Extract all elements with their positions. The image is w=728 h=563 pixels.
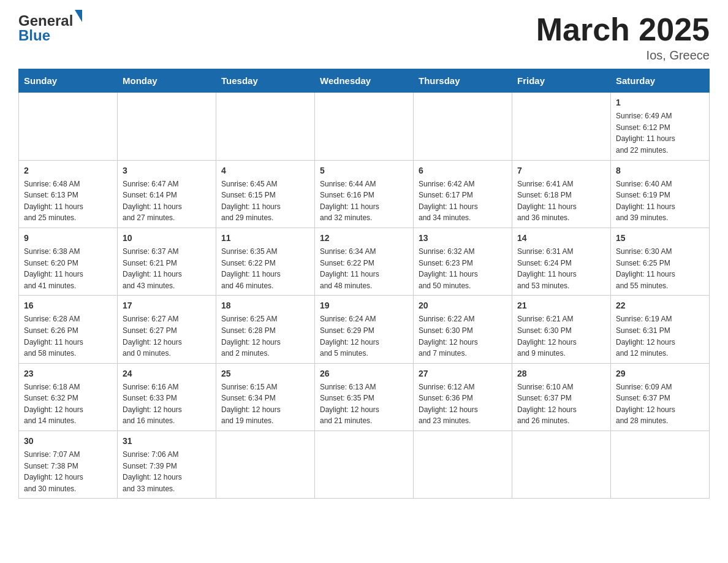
calendar-cell: 16Sunrise: 6:28 AM Sunset: 6:26 PM Dayli… bbox=[19, 296, 118, 363]
day-number: 9 bbox=[24, 232, 112, 245]
title-area: March 2025 Ios, Greece bbox=[536, 12, 710, 63]
day-number: 3 bbox=[123, 164, 211, 177]
day-info: Sunrise: 6:40 AM Sunset: 6:19 PM Dayligh… bbox=[616, 178, 704, 224]
day-of-week-thursday: Thursday bbox=[414, 69, 512, 93]
day-info: Sunrise: 6:10 AM Sunset: 6:37 PM Dayligh… bbox=[517, 381, 605, 427]
day-number: 6 bbox=[419, 164, 507, 177]
calendar-cell: 11Sunrise: 6:35 AM Sunset: 6:22 PM Dayli… bbox=[216, 228, 315, 295]
day-number: 13 bbox=[419, 232, 507, 245]
calendar-cell bbox=[414, 431, 512, 499]
day-info: Sunrise: 6:27 AM Sunset: 6:27 PM Dayligh… bbox=[123, 313, 211, 359]
day-info: Sunrise: 6:22 AM Sunset: 6:30 PM Dayligh… bbox=[419, 313, 507, 359]
day-info: Sunrise: 6:28 AM Sunset: 6:26 PM Dayligh… bbox=[24, 313, 112, 359]
day-info: Sunrise: 6:41 AM Sunset: 6:18 PM Dayligh… bbox=[517, 178, 605, 224]
day-info: Sunrise: 7:06 AM Sunset: 7:39 PM Dayligh… bbox=[123, 449, 211, 494]
day-number: 21 bbox=[517, 299, 605, 312]
calendar-cell: 9Sunrise: 6:38 AM Sunset: 6:20 PM Daylig… bbox=[19, 228, 118, 295]
calendar-cell bbox=[512, 93, 611, 160]
day-number: 12 bbox=[320, 232, 408, 245]
day-number: 20 bbox=[419, 299, 507, 312]
calendar-week-6: 30Sunrise: 7:07 AM Sunset: 7:38 PM Dayli… bbox=[19, 431, 710, 499]
day-info: Sunrise: 6:45 AM Sunset: 6:15 PM Dayligh… bbox=[221, 178, 309, 224]
calendar-header-row: SundayMondayTuesdayWednesdayThursdayFrid… bbox=[19, 69, 710, 93]
day-number: 26 bbox=[320, 367, 408, 380]
calendar-cell bbox=[315, 93, 414, 160]
calendar-cell: 1Sunrise: 6:49 AM Sunset: 6:12 PM Daylig… bbox=[611, 93, 710, 160]
day-info: Sunrise: 6:25 AM Sunset: 6:28 PM Dayligh… bbox=[221, 313, 309, 359]
day-number: 29 bbox=[616, 367, 704, 380]
day-number: 24 bbox=[123, 367, 211, 380]
day-of-week-sunday: Sunday bbox=[19, 69, 118, 93]
calendar-cell bbox=[512, 431, 611, 499]
calendar-cell: 22Sunrise: 6:19 AM Sunset: 6:31 PM Dayli… bbox=[611, 296, 710, 363]
day-number: 31 bbox=[123, 435, 211, 448]
calendar-week-5: 23Sunrise: 6:18 AM Sunset: 6:32 PM Dayli… bbox=[19, 363, 710, 431]
calendar-cell bbox=[611, 431, 710, 499]
calendar-week-4: 16Sunrise: 6:28 AM Sunset: 6:26 PM Dayli… bbox=[19, 296, 710, 363]
day-number: 4 bbox=[221, 164, 309, 177]
day-of-week-monday: Monday bbox=[118, 69, 216, 93]
day-info: Sunrise: 6:30 AM Sunset: 6:25 PM Dayligh… bbox=[616, 246, 704, 291]
day-info: Sunrise: 6:34 AM Sunset: 6:22 PM Dayligh… bbox=[320, 246, 408, 291]
calendar-cell bbox=[19, 93, 118, 160]
calendar-cell: 25Sunrise: 6:15 AM Sunset: 6:34 PM Dayli… bbox=[216, 363, 315, 431]
calendar-cell: 28Sunrise: 6:10 AM Sunset: 6:37 PM Dayli… bbox=[512, 363, 611, 431]
day-of-week-friday: Friday bbox=[512, 69, 611, 93]
day-info: Sunrise: 6:35 AM Sunset: 6:22 PM Dayligh… bbox=[221, 246, 309, 291]
logo-blue: Blue bbox=[18, 27, 50, 44]
day-info: Sunrise: 6:48 AM Sunset: 6:13 PM Dayligh… bbox=[24, 178, 112, 224]
day-number: 14 bbox=[517, 232, 605, 245]
calendar-cell: 6Sunrise: 6:42 AM Sunset: 6:17 PM Daylig… bbox=[414, 160, 512, 228]
day-number: 5 bbox=[320, 164, 408, 177]
calendar-cell: 3Sunrise: 6:47 AM Sunset: 6:14 PM Daylig… bbox=[118, 160, 216, 228]
day-number: 16 bbox=[24, 299, 112, 312]
month-title: March 2025 bbox=[536, 12, 710, 47]
day-info: Sunrise: 6:42 AM Sunset: 6:17 PM Dayligh… bbox=[419, 178, 507, 224]
day-info: Sunrise: 6:31 AM Sunset: 6:24 PM Dayligh… bbox=[517, 246, 605, 291]
logo-triangle-icon bbox=[75, 10, 82, 22]
calendar-cell: 29Sunrise: 6:09 AM Sunset: 6:37 PM Dayli… bbox=[611, 363, 710, 431]
day-info: Sunrise: 6:44 AM Sunset: 6:16 PM Dayligh… bbox=[320, 178, 408, 224]
calendar-cell: 5Sunrise: 6:44 AM Sunset: 6:16 PM Daylig… bbox=[315, 160, 414, 228]
calendar-cell: 21Sunrise: 6:21 AM Sunset: 6:30 PM Dayli… bbox=[512, 296, 611, 363]
calendar-cell bbox=[118, 93, 216, 160]
calendar-week-1: 1Sunrise: 6:49 AM Sunset: 6:12 PM Daylig… bbox=[19, 93, 710, 160]
day-number: 17 bbox=[123, 299, 211, 312]
day-number: 30 bbox=[24, 435, 112, 448]
day-info: Sunrise: 6:13 AM Sunset: 6:35 PM Dayligh… bbox=[320, 381, 408, 427]
day-info: Sunrise: 6:47 AM Sunset: 6:14 PM Dayligh… bbox=[123, 178, 211, 224]
day-number: 10 bbox=[123, 232, 211, 245]
day-number: 11 bbox=[221, 232, 309, 245]
day-number: 27 bbox=[419, 367, 507, 380]
day-info: Sunrise: 6:12 AM Sunset: 6:36 PM Dayligh… bbox=[419, 381, 507, 427]
day-info: Sunrise: 7:07 AM Sunset: 7:38 PM Dayligh… bbox=[24, 449, 112, 494]
day-info: Sunrise: 6:21 AM Sunset: 6:30 PM Dayligh… bbox=[517, 313, 605, 359]
calendar-cell: 12Sunrise: 6:34 AM Sunset: 6:22 PM Dayli… bbox=[315, 228, 414, 295]
calendar-cell: 2Sunrise: 6:48 AM Sunset: 6:13 PM Daylig… bbox=[19, 160, 118, 228]
day-number: 2 bbox=[24, 164, 112, 177]
page-header: General Blue March 2025 Ios, Greece bbox=[18, 12, 710, 63]
day-info: Sunrise: 6:16 AM Sunset: 6:33 PM Dayligh… bbox=[123, 381, 211, 427]
day-info: Sunrise: 6:49 AM Sunset: 6:12 PM Dayligh… bbox=[616, 110, 704, 156]
calendar-cell: 31Sunrise: 7:06 AM Sunset: 7:39 PM Dayli… bbox=[118, 431, 216, 499]
calendar-cell: 7Sunrise: 6:41 AM Sunset: 6:18 PM Daylig… bbox=[512, 160, 611, 228]
calendar-week-3: 9Sunrise: 6:38 AM Sunset: 6:20 PM Daylig… bbox=[19, 228, 710, 295]
day-info: Sunrise: 6:37 AM Sunset: 6:21 PM Dayligh… bbox=[123, 246, 211, 291]
calendar-cell: 24Sunrise: 6:16 AM Sunset: 6:33 PM Dayli… bbox=[118, 363, 216, 431]
calendar-cell: 18Sunrise: 6:25 AM Sunset: 6:28 PM Dayli… bbox=[216, 296, 315, 363]
day-info: Sunrise: 6:24 AM Sunset: 6:29 PM Dayligh… bbox=[320, 313, 408, 359]
calendar-cell: 14Sunrise: 6:31 AM Sunset: 6:24 PM Dayli… bbox=[512, 228, 611, 295]
calendar-cell bbox=[315, 431, 414, 499]
calendar-cell: 17Sunrise: 6:27 AM Sunset: 6:27 PM Dayli… bbox=[118, 296, 216, 363]
calendar-cell bbox=[414, 93, 512, 160]
calendar-cell: 19Sunrise: 6:24 AM Sunset: 6:29 PM Dayli… bbox=[315, 296, 414, 363]
calendar-table: SundayMondayTuesdayWednesdayThursdayFrid… bbox=[18, 69, 710, 499]
day-of-week-wednesday: Wednesday bbox=[315, 69, 414, 93]
day-number: 28 bbox=[517, 367, 605, 380]
calendar-week-2: 2Sunrise: 6:48 AM Sunset: 6:13 PM Daylig… bbox=[19, 160, 710, 228]
day-number: 23 bbox=[24, 367, 112, 380]
calendar-cell: 27Sunrise: 6:12 AM Sunset: 6:36 PM Dayli… bbox=[414, 363, 512, 431]
calendar-cell: 13Sunrise: 6:32 AM Sunset: 6:23 PM Dayli… bbox=[414, 228, 512, 295]
day-number: 22 bbox=[616, 299, 704, 312]
day-number: 1 bbox=[616, 96, 704, 109]
